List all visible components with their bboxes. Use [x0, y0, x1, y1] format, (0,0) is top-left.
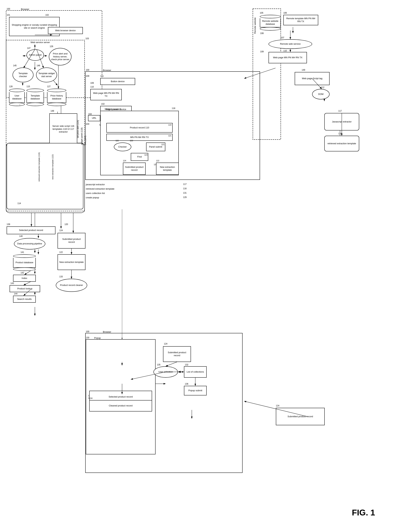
- remote-template-text: Remote template MN PN M# RN TX: [285, 17, 317, 23]
- ref-124-popup: 124: [164, 343, 167, 345]
- ref-127: 127: [47, 85, 51, 88]
- template-checker: Template checker: [12, 68, 34, 82]
- web-service-controller: [7, 143, 83, 209]
- product-database-text: Product database: [16, 261, 33, 264]
- ref-124-bottom: 124: [59, 229, 63, 231]
- template-checker-text: Template checker: [14, 72, 32, 78]
- ref-100-mid: 100: [86, 69, 89, 71]
- ref-116: 116: [338, 133, 342, 135]
- ref-101: 101: [7, 14, 10, 16]
- url-104-container: URL (104): [84, 119, 87, 162]
- cleaned-product-text: Cleaned product record: [109, 404, 133, 407]
- price-alert-text: Price alert and history server, check pr…: [51, 52, 70, 61]
- price-alert-server: Price alert and history server, check pr…: [49, 48, 71, 65]
- submitted-product-bottom2-text: Submitted product record: [288, 415, 313, 418]
- template-widget-text: Template widget stat server: [38, 72, 55, 78]
- checker-oval: Checker: [114, 142, 131, 151]
- new-extraction-mid-box: New extraction template: [156, 163, 179, 175]
- ref-129-label: 129: [183, 196, 186, 198]
- ref-102-top: 102: [45, 14, 49, 16]
- product-database: Product database: [13, 254, 36, 271]
- index-text: Index: [22, 277, 27, 280]
- server-side-text: Server side script 116 templates 118 UI …: [51, 125, 76, 134]
- ref-110-top: 110: [283, 50, 287, 52]
- ref-148: 148: [51, 110, 54, 112]
- search-results-text: Search results: [17, 298, 32, 301]
- ref-105: 105: [260, 12, 263, 14]
- remote-web-service-text: Remote web service: [280, 43, 301, 46]
- ref-121-inner: 121: [168, 134, 171, 137]
- dom-text: DOM: [318, 93, 323, 96]
- submitted-product-mid-box: Submitted product record: [123, 163, 146, 175]
- ref-102-mid: 102: [101, 103, 105, 105]
- ref-145: 145: [13, 64, 17, 67]
- ref-110-mid: 110: [90, 86, 94, 88]
- widget-panel-label: widget panel (118): [81, 128, 83, 145]
- ref-121-panel: 121: [161, 143, 164, 146]
- web-page-110: Web page MN PN M# RN TX: [268, 52, 307, 63]
- browser-mid-label: Browser: [103, 69, 111, 72]
- panel-submit-box: Panel submit 121: [146, 142, 165, 151]
- ref-url-104: 104: [88, 113, 92, 115]
- user-database: User database: [9, 89, 25, 106]
- ref-132: 132: [185, 364, 188, 366]
- fig1-label: FIG. 1: [352, 507, 375, 518]
- ref-117-label: 117: [183, 183, 186, 185]
- ref-100-bottom: 100: [86, 331, 89, 333]
- web-page-mnpn-text: Web page MN PN M# RN TX: [92, 92, 120, 98]
- template-database: Template database: [27, 89, 44, 106]
- ref-143: 143: [11, 282, 14, 284]
- product-record-110-text: Product record 110: [130, 126, 149, 129]
- remote-template: Remote template MN PN M# RN TX: [283, 15, 318, 25]
- ref-112: 112: [321, 86, 324, 88]
- index-box: Index: [13, 275, 36, 282]
- set-price-alert-container: set price alert (125): [76, 101, 80, 157]
- ref-122-mid: 122: [156, 159, 159, 162]
- user-selection-oval: User selection: [153, 366, 178, 378]
- selected-product-popup-text: Selected product record: [109, 395, 133, 398]
- user-db-text: User database: [10, 94, 24, 100]
- cleaned-product-box: Cleaned product record: [89, 400, 152, 411]
- ref-122-bottom: 122: [59, 251, 63, 253]
- popup-submit-box: Popup submit: [184, 386, 207, 395]
- widget-panel-ui-label: Widget panel UI: [105, 108, 121, 111]
- users-collection-label: users collection list: [86, 192, 105, 195]
- popup-box: 138 Collection id, description, tag 137 …: [86, 339, 156, 454]
- price-history-db: Price history database: [47, 89, 66, 106]
- web-browser-device-top-text: Web browser device: [55, 29, 76, 32]
- web-page-mnpn: Web page MN PN M# RN TX: [90, 89, 122, 100]
- checker-submit-row: 122 123 Checker Panel submit 121: [106, 142, 173, 151]
- ref-118: 118: [172, 107, 175, 109]
- remote-web-service: Remote web service: [268, 39, 312, 49]
- mn-pn-text: MN PN M# RN TX: [130, 136, 149, 139]
- ref-126: 126: [50, 45, 53, 47]
- new-extraction-bottom-text: New extraction template: [59, 261, 83, 264]
- submitted-product-bottom2-box: Submitted product record: [276, 408, 325, 425]
- ref-128: 128: [9, 85, 12, 88]
- panel-submit-text: Panel submit: [149, 146, 162, 148]
- ref-109-mid: 109: [86, 75, 89, 77]
- remote-website-db-text: Remote website database: [261, 20, 280, 26]
- ref-120-bottom: 120: [64, 223, 68, 225]
- url-104-box: URL: [88, 115, 100, 121]
- selected-product-record-text: Selected product record: [19, 229, 43, 232]
- ref-130: 130: [86, 337, 89, 339]
- selected-product-record-box: Selected product record: [7, 226, 55, 234]
- button-device-text: Button device: [111, 80, 125, 83]
- remote-website-label: Remote website: [254, 18, 257, 34]
- ref-111: 111: [100, 75, 104, 77]
- ref-109-top: 109: [260, 51, 264, 53]
- server-side-script: Server side script 116 templates 118 UI …: [49, 113, 77, 145]
- product-lookup-box: Product lookup: [10, 285, 40, 292]
- ref-124-mid: 124: [123, 159, 126, 162]
- widget-panel-container: widget panel (118): [80, 112, 84, 160]
- set-price-alert-label: set price alert (125): [77, 120, 80, 138]
- data-processing-text: Data processing pipeline: [17, 242, 42, 245]
- url-104-text: URL: [92, 117, 96, 120]
- submitted-product-popup-text: Submitted product record: [164, 351, 190, 357]
- button-device: Button device: [100, 78, 135, 85]
- ref-135: 135: [157, 364, 160, 366]
- ref-134: 134: [89, 397, 93, 399]
- javascript-extractor-box: Javascript extractor: [324, 113, 359, 130]
- ref-147: 147: [27, 47, 30, 49]
